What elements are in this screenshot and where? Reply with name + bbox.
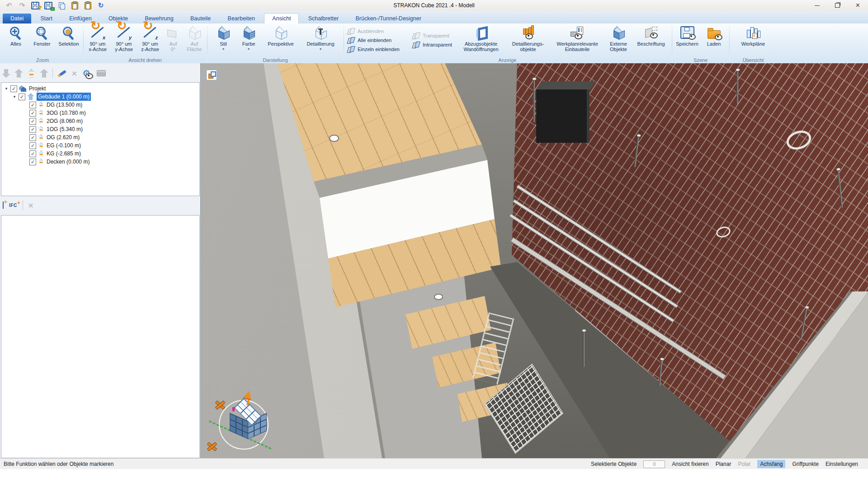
rotate-y-button[interactable]: ↻y 90° um y-Achse bbox=[111, 25, 137, 52]
viewport-origin-button[interactable] bbox=[206, 70, 217, 80]
externe-objekte-button[interactable]: Externe Objekte bbox=[604, 25, 632, 52]
detail-objects-icon bbox=[522, 27, 534, 38]
import-toolbar: + IFC+ × bbox=[3, 197, 33, 213]
werkplanrelevante-einbauteile-button[interactable]: Werkplanrelevante Einbauteile bbox=[552, 25, 602, 52]
tree-checkbox[interactable]: ✓ bbox=[29, 110, 36, 117]
group-label-szene: Szene bbox=[673, 57, 728, 63]
tab-ansicht[interactable]: Ansicht bbox=[264, 13, 299, 23]
tree-checkbox[interactable]: ✓ bbox=[29, 126, 36, 133]
group-separator bbox=[344, 25, 344, 61]
chevron-down-icon[interactable]: ▾ bbox=[212, 47, 235, 51]
viewport-scaffold-pole bbox=[736, 70, 738, 104]
alle-einblenden-button[interactable]: Alle einblenden bbox=[347, 36, 392, 44]
detaillierungsobjekte-button[interactable]: Detaillierungs- objekte bbox=[505, 25, 551, 52]
tree-checkbox[interactable]: ✓ bbox=[29, 159, 36, 165]
flat-view-icon bbox=[167, 27, 179, 38]
detaillierung-button[interactable]: Detaillierung ▾ bbox=[300, 25, 341, 51]
stil-button[interactable]: Stil ▾ bbox=[212, 25, 235, 51]
tree-checkbox[interactable]: ✓ bbox=[29, 118, 36, 125]
tree-row-og[interactable]: ✓ OG (2.620 m) bbox=[1, 133, 199, 141]
ansicht-fixieren-toggle[interactable]: Ansicht fixieren bbox=[672, 459, 708, 469]
rotate-z-button[interactable]: ↻z 90° um z-Achse bbox=[137, 25, 163, 52]
eye-icon bbox=[715, 34, 722, 40]
edit-brush-icon[interactable] bbox=[57, 68, 68, 78]
szene-laden-button[interactable]: Laden bbox=[703, 25, 725, 47]
tree-row-eg[interactable]: ✓ EG (-0.100 m) bbox=[1, 141, 199, 150]
tab-start[interactable]: Start bbox=[33, 14, 60, 23]
werkplaene-button[interactable]: Werkpläne bbox=[734, 25, 772, 47]
chevron-down-icon[interactable]: ▾ bbox=[300, 47, 341, 51]
tab-bauteile[interactable]: Bauteile bbox=[183, 14, 218, 23]
window-controls: × bbox=[807, 0, 868, 11]
abzugsobjekte-button[interactable]: Abzugsobjekte Wandöffnungen bbox=[458, 25, 504, 52]
button-label: Abzugsobjekte bbox=[458, 41, 504, 47]
move-top-icon[interactable] bbox=[40, 69, 48, 78]
einzeln-einblenden-button[interactable]: Einzeln einblenden bbox=[347, 45, 400, 53]
perspektive-button[interactable]: Perspektive bbox=[262, 25, 299, 47]
expander-icon[interactable]: ▾ bbox=[4, 84, 9, 93]
tree-row-decken[interactable]: ✓ Decken (0.000 m) bbox=[1, 158, 199, 166]
minimize-button[interactable] bbox=[807, 0, 827, 11]
tree-row-gebaeude[interactable]: ▾ ✓ Gebäude 1 (0.000 m) bbox=[1, 93, 199, 101]
button-label: z-Achse bbox=[137, 47, 163, 52]
planar-toggle[interactable]: Planar bbox=[716, 459, 731, 469]
griffpunkte-toggle[interactable]: Griffpunkte bbox=[792, 459, 818, 469]
tab-bruecken-tunnel-designer[interactable]: Brücken-/Tunnel-Designer bbox=[348, 14, 429, 23]
tree-checkbox[interactable]: ✓ bbox=[19, 94, 25, 100]
zoom-alles-button[interactable]: Alles bbox=[4, 25, 28, 47]
tree-row-kg[interactable]: ✓ KG (-2.685 m) bbox=[1, 150, 199, 158]
intransparent-button[interactable]: Intransparent bbox=[412, 41, 452, 49]
delete-icon[interactable]: × bbox=[72, 69, 77, 78]
tree-checkbox[interactable]: ✓ bbox=[29, 134, 36, 141]
tree-row-2og[interactable]: ✓ 2OG (8.060 m) bbox=[1, 117, 199, 125]
zoom-fenster-button[interactable]: Fenster bbox=[30, 25, 54, 47]
einstellungen-button[interactable]: Einstellungen bbox=[826, 459, 858, 469]
add-building-button[interactable]: + bbox=[3, 202, 4, 208]
layer-stack-icon[interactable] bbox=[96, 69, 107, 78]
import-ifc-button[interactable]: IFC+ bbox=[9, 203, 17, 208]
szene-speichern-button[interactable]: Speichern bbox=[674, 25, 701, 47]
tree-row-3og[interactable]: ✓ 3OG (10.780 m) bbox=[1, 109, 199, 117]
tree-checkbox[interactable]: ✓ bbox=[10, 85, 17, 92]
storey-icon bbox=[38, 142, 44, 149]
move-down-icon[interactable] bbox=[2, 69, 10, 78]
storey-icon bbox=[38, 110, 44, 116]
button-label: Ausblenden bbox=[358, 28, 384, 34]
active-level-arrow-icon[interactable] bbox=[27, 69, 36, 78]
embedded-parts-icon bbox=[571, 27, 584, 38]
group-separator bbox=[672, 25, 672, 61]
import-list-panel[interactable] bbox=[1, 215, 200, 458]
tree-row-1og[interactable]: ✓ 1OG (5.340 m) bbox=[1, 125, 199, 133]
button-label: Objekte bbox=[604, 47, 632, 52]
close-button[interactable]: × bbox=[848, 0, 868, 11]
annotation-icon bbox=[645, 27, 657, 38]
navigation-cube[interactable] bbox=[219, 395, 278, 454]
tree-checkbox[interactable]: ✓ bbox=[29, 150, 36, 157]
workplans-icon bbox=[746, 26, 760, 39]
toolbar-separator bbox=[23, 200, 23, 210]
maximize-button[interactable] bbox=[827, 0, 848, 11]
toolbar-separator bbox=[52, 68, 53, 78]
model-viewport-3d[interactable] bbox=[200, 63, 868, 458]
visibility-settings-icon[interactable]: ⚙ bbox=[81, 68, 92, 79]
tree-checkbox[interactable]: ✓ bbox=[29, 102, 36, 108]
tree-checkbox[interactable]: ✓ bbox=[29, 142, 36, 149]
achsfang-toggle[interactable]: Achsfang bbox=[757, 460, 785, 468]
left-sidebar: × ⚙ ▾ ✓ Projekt ▾ ✓ Gebäude 1 (0.000 m) bbox=[0, 63, 200, 458]
rotate-x-button[interactable]: ↻x 90° um x-Achse bbox=[85, 25, 110, 52]
farbe-button[interactable]: Farbe ▾ bbox=[237, 25, 260, 51]
tab-datei[interactable]: Datei bbox=[3, 14, 31, 23]
beschriftung-button[interactable]: Beschriftung bbox=[632, 25, 670, 47]
polar-toggle[interactable]: Polar bbox=[738, 459, 750, 469]
tree-row-dg[interactable]: ✓ DG (13.500 m) bbox=[1, 101, 199, 109]
viewport-scaffold-pole bbox=[533, 79, 535, 122]
zoom-selektion-button[interactable]: Selektion bbox=[56, 25, 81, 47]
tab-bearbeiten[interactable]: Bearbeiten bbox=[220, 14, 263, 23]
move-up-icon[interactable] bbox=[14, 69, 23, 78]
chevron-down-icon[interactable]: ▾ bbox=[237, 47, 260, 51]
tree-row-projekt[interactable]: ▾ ✓ Projekt bbox=[1, 84, 199, 93]
expander-icon[interactable]: ▾ bbox=[12, 93, 17, 101]
button-label: Wandöffnungen bbox=[458, 47, 504, 52]
remove-import-icon[interactable]: × bbox=[28, 201, 33, 210]
tab-schalbretter[interactable]: Schalbretter bbox=[301, 14, 346, 23]
